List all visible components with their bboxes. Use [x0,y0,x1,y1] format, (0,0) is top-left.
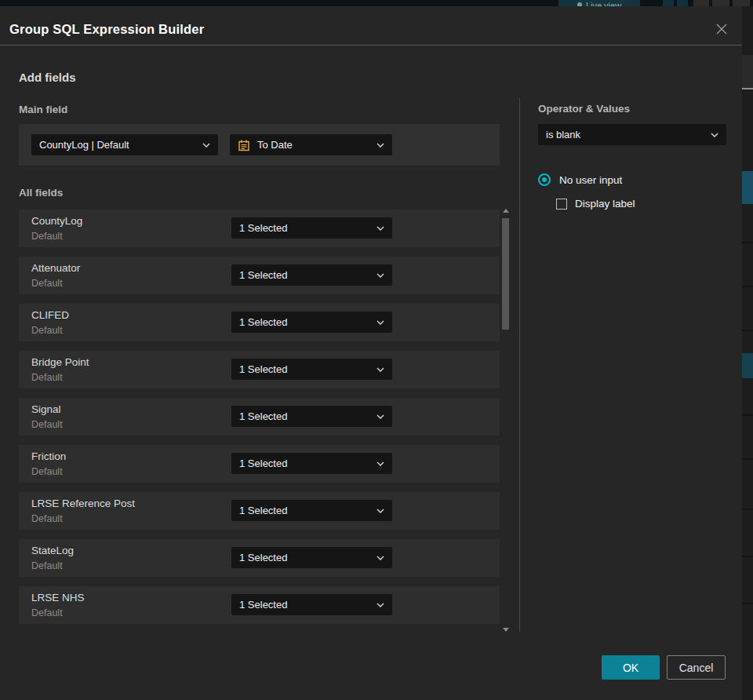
chevron-down-icon [376,556,384,560]
date-field-dropdown-value: To Date [257,139,370,151]
field-name: LRSE NHS [31,592,85,603]
operator-dropdown-value: is blank [546,129,704,140]
field-row: StateLog Default 1 Selected [19,539,500,577]
scrollbar-up-icon[interactable] [503,209,509,213]
field-name: Signal [31,403,61,415]
screen: Live view Group SQL Expression Builder A… [0,0,753,700]
scrollbar-down-icon[interactable] [503,628,509,632]
field-selection-value: 1 Selected [239,363,370,375]
field-name: Bridge Point [31,356,89,368]
radio-selected-icon [538,173,551,186]
all-fields-label: All fields [19,187,63,199]
field-selection-dropdown[interactable]: 1 Selected [231,453,392,474]
field-selection-dropdown[interactable]: 1 Selected [231,594,392,615]
field-name: CountyLog [31,215,82,227]
display-label-checkbox[interactable]: Display label [556,198,635,210]
field-selection-dropdown[interactable]: 1 Selected [231,312,392,333]
background-panel-block [677,0,688,6]
field-row: Friction Default 1 Selected [19,445,500,483]
field-name: LRSE Reference Post [31,498,135,509]
background-app-top-strip: Live view [0,0,753,6]
main-field-dropdown[interactable]: CountyLog | Default [31,134,218,155]
field-name: Friction [31,450,66,462]
background-panel-block [733,0,750,6]
dialog-title: Group SQL Expression Builder [9,22,204,37]
cancel-button[interactable]: Cancel [667,655,726,680]
calendar-icon [238,139,250,151]
field-selection-value: 1 Selected [239,552,370,563]
field-row: Bridge Point Default 1 Selected [19,351,500,388]
checkbox-unchecked-icon [556,199,567,210]
background-row-separator [742,330,753,331]
chevron-down-icon [376,367,384,372]
field-row: LRSE NHS Default 1 Selected [19,586,500,624]
scrollbar-thumb[interactable] [502,218,509,330]
field-selection-value: 1 Selected [239,505,370,516]
ok-button[interactable]: OK [602,655,660,680]
field-sublabel: Default [31,278,63,289]
chevron-down-icon [376,143,384,148]
field-selection-dropdown[interactable]: 1 Selected [231,547,392,568]
field-selection-value: 1 Selected [239,458,370,469]
chevron-down-icon [376,273,384,278]
background-row-separator [742,603,753,604]
live-view-button[interactable]: Live view [558,0,640,6]
field-name: Attenuator [31,262,80,274]
chevron-down-icon [711,133,718,137]
background-selected-row [742,353,753,378]
background-panel-divider [742,88,753,89]
no-user-input-label: No user input [559,174,622,186]
field-sublabel: Default [31,372,63,383]
all-fields-list: CountyLog Default 1 Selected Attenuator … [19,210,500,624]
date-field-dropdown[interactable]: To Date [230,134,392,155]
field-name: CLIFED [31,309,69,321]
chevron-down-icon [202,143,210,148]
chevron-down-icon [376,414,384,419]
background-row-separator [742,509,753,510]
field-sublabel: Default [31,607,63,618]
main-field-dropdown-value: CountyLog | Default [39,139,196,151]
chevron-down-icon [376,226,384,231]
field-sublabel: Default [31,466,63,477]
field-selection-dropdown[interactable]: 1 Selected [231,406,392,427]
field-selection-value: 1 Selected [239,269,370,281]
fields-scrollbar[interactable] [502,206,510,637]
operator-dropdown[interactable]: is blank [538,124,726,145]
field-selection-value: 1 Selected [239,410,370,422]
chevron-down-icon [376,461,384,466]
field-sublabel: Default [31,231,63,242]
background-row-separator [742,242,753,243]
background-row-separator [742,556,753,557]
field-selection-value: 1 Selected [239,222,370,234]
background-panel-block [663,0,674,6]
main-field-label: Main field [19,104,67,115]
field-row: CLIFED Default 1 Selected [19,304,500,341]
field-selection-value: 1 Selected [239,599,370,611]
background-row-separator [742,414,753,416]
background-row-separator [742,458,753,460]
background-panel-block [742,55,753,88]
chevron-down-icon [376,320,384,325]
background-row-separator [742,286,753,287]
field-row: CountyLog Default 1 Selected [19,210,500,247]
background-selected-row [742,171,753,204]
chevron-down-icon [376,603,384,607]
field-selection-dropdown[interactable]: 1 Selected [231,217,392,239]
field-selection-dropdown[interactable]: 1 Selected [231,359,392,380]
main-field-container: CountyLog | Default To Date [19,124,500,166]
group-sql-expression-builder-dialog: Group SQL Expression Builder Add fields … [0,6,742,700]
add-fields-heading: Add fields [19,71,76,84]
field-selection-dropdown[interactable]: 1 Selected [231,264,392,286]
field-sublabel: Default [31,560,63,571]
field-selection-dropdown[interactable]: 1 Selected [231,500,392,521]
live-view-label: Live view [586,1,621,6]
no-user-input-radio[interactable]: No user input [538,173,622,186]
field-selection-value: 1 Selected [239,316,370,328]
field-sublabel: Default [31,419,63,430]
close-x-glyph [714,21,729,37]
field-row: LRSE Reference Post Default 1 Selected [19,492,500,530]
field-sublabel: Default [31,513,63,524]
background-panel-block [712,0,729,6]
close-icon[interactable] [712,20,731,39]
header-divider [0,45,742,46]
